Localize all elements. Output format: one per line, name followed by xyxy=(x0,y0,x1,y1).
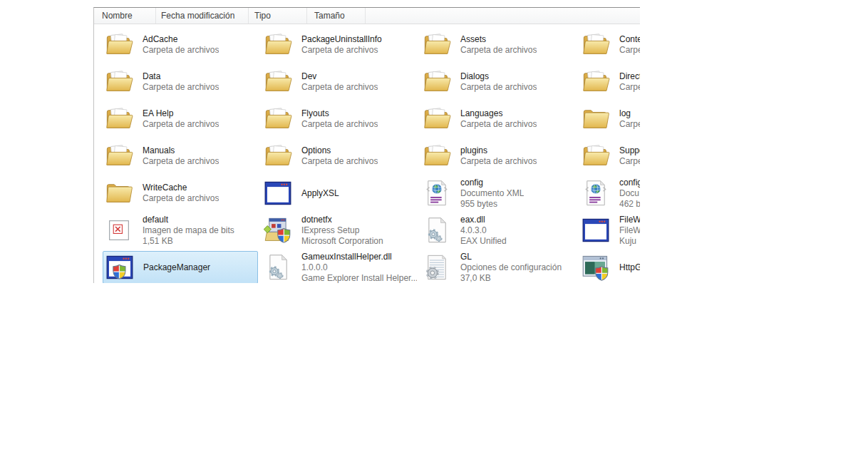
file-tile[interactable]: PackageUninstallInfoCarpeta de archivos xyxy=(262,26,417,63)
folder-with-documents-icon xyxy=(264,31,292,59)
file-name: config xyxy=(619,178,640,188)
file-name: config xyxy=(460,178,524,188)
file-text-block: LanguagesCarpeta de archivos xyxy=(460,108,537,130)
dll-document-gears-icon xyxy=(423,216,451,245)
file-detail: FileW xyxy=(619,225,640,236)
file-tile[interactable]: DataCarpeta de archivos xyxy=(103,63,258,101)
file-tile[interactable]: FlyoutsCarpeta de archivos xyxy=(262,101,417,138)
file-name: plugins xyxy=(460,145,537,156)
column-header-nombre[interactable]: Nombre xyxy=(94,8,156,24)
file-tile[interactable]: ManualsCarpeta de archivos xyxy=(103,138,258,175)
file-tile[interactable]: configDocu462 by xyxy=(579,175,640,212)
file-detail: 37,0 KB xyxy=(460,273,562,284)
file-tile[interactable]: AdCacheCarpeta de archivos xyxy=(103,26,258,63)
file-name: default xyxy=(143,215,234,225)
file-tile[interactable]: EA HelpCarpeta de archivos xyxy=(103,101,258,138)
file-text-block: DirectCarpe xyxy=(619,71,640,93)
file-detail: Documento XML xyxy=(460,188,524,199)
file-detail: EAX Unified xyxy=(460,236,507,247)
file-tile[interactable]: WriteCacheCarpeta de archivos xyxy=(103,175,258,212)
folder-with-documents-icon xyxy=(105,105,133,133)
file-tile[interactable]: ApplyXSL xyxy=(262,175,417,212)
file-tile[interactable]: SuppoCarpe xyxy=(579,138,640,175)
file-name: Options xyxy=(301,145,378,156)
file-name: eax.dll xyxy=(460,215,507,225)
file-text-block: ManualsCarpeta de archivos xyxy=(143,145,219,167)
file-detail: Carpeta de archivos xyxy=(143,82,219,93)
file-tile[interactable]: logCarpe xyxy=(579,101,640,138)
file-detail: Carpeta de archivos xyxy=(143,45,219,56)
file-tile[interactable]: DevCarpeta de archivos xyxy=(262,63,417,101)
file-name: Dialogs xyxy=(460,71,537,82)
column-header-filler xyxy=(366,8,640,24)
xml-document-icon xyxy=(423,179,451,207)
file-text-block: pluginsCarpeta de archivos xyxy=(460,145,537,167)
file-detail: Carpe xyxy=(619,45,640,56)
file-tile[interactable]: GLOpciones de configuración37,0 KB xyxy=(420,249,576,283)
folder-with-documents-icon xyxy=(105,142,133,170)
file-tile[interactable]: configDocumento XML955 bytes xyxy=(420,175,576,212)
file-name: EA Help xyxy=(143,108,219,119)
file-tile[interactable]: OptionsCarpeta de archivos xyxy=(262,138,417,175)
file-tile[interactable]: PackageManager xyxy=(103,251,258,283)
file-tile[interactable]: DirectCarpe xyxy=(579,63,640,101)
file-name: log xyxy=(619,108,640,119)
file-detail: Game Explorer Install Helper... xyxy=(301,273,417,284)
file-detail: Imagen de mapa de bits xyxy=(143,225,234,236)
file-detail: Carpe xyxy=(619,82,640,93)
file-tile[interactable]: AssetsCarpeta de archivos xyxy=(420,26,576,63)
file-name: Direct xyxy=(619,71,640,82)
file-tile[interactable]: eax.dll4.0.3.0EAX Unified xyxy=(420,212,576,249)
file-tile[interactable]: HttpG xyxy=(579,249,640,283)
folder-with-documents-icon xyxy=(264,68,292,96)
file-tile[interactable]: defaultImagen de mapa de bits1,51 KB xyxy=(103,212,258,249)
file-name: WriteCache xyxy=(143,183,219,193)
file-detail: Opciones de configuración xyxy=(460,262,562,273)
file-tile[interactable]: FileWFileWKuju xyxy=(579,212,640,249)
file-text-block: FileWFileWKuju xyxy=(619,215,640,247)
column-header-tipo[interactable]: Tipo xyxy=(249,8,307,24)
file-name: GL xyxy=(460,252,562,262)
column-header-fecha-modificacion[interactable]: Fecha modificación xyxy=(156,8,249,24)
file-detail: 955 bytes xyxy=(460,199,524,210)
file-text-block: FlyoutsCarpeta de archivos xyxy=(301,108,378,130)
file-text-block: AdCacheCarpeta de archivos xyxy=(143,34,219,56)
file-name: Assets xyxy=(460,34,537,45)
folder-with-documents-icon xyxy=(582,142,610,170)
broken-bitmap-icon xyxy=(105,216,133,245)
file-name: ApplyXSL xyxy=(301,188,339,199)
file-text-block: logCarpe xyxy=(619,108,640,130)
application-window-icon xyxy=(264,179,292,207)
folder-with-documents-icon xyxy=(264,105,292,133)
file-text-block: PackageManager xyxy=(143,262,210,273)
file-text-block: eax.dll4.0.3.0EAX Unified xyxy=(460,215,507,247)
file-tile[interactable]: ConteCarpe xyxy=(579,26,640,63)
file-text-block: configDocumento XML955 bytes xyxy=(460,178,524,210)
file-name: GameuxInstallHelper.dll xyxy=(301,252,417,262)
folder-with-documents-icon xyxy=(582,68,610,96)
file-tile[interactable]: dotnetfxIExpress SetupMicrosoft Corporat… xyxy=(262,212,417,249)
file-text-block: defaultImagen de mapa de bits1,51 KB xyxy=(143,215,234,247)
file-detail: Carpeta de archivos xyxy=(301,156,378,167)
file-tile[interactable]: GameuxInstallHelper.dll1.0.0.0Game Explo… xyxy=(262,249,417,283)
file-text-block: EA HelpCarpeta de archivos xyxy=(143,108,219,130)
file-detail: Carpeta de archivos xyxy=(301,45,382,56)
file-detail: 4.0.3.0 xyxy=(460,225,507,236)
file-tile[interactable]: LanguagesCarpeta de archivos xyxy=(420,101,576,138)
application-image-shield-icon xyxy=(582,253,610,282)
folder-with-documents-icon xyxy=(105,31,133,59)
column-header-tamano[interactable]: Tamaño xyxy=(307,8,366,24)
file-tile[interactable]: pluginsCarpeta de archivos xyxy=(420,138,576,175)
file-detail: Carpeta de archivos xyxy=(143,193,219,204)
file-text-block: HttpG xyxy=(619,262,640,273)
file-text-block: GameuxInstallHelper.dll1.0.0.0Game Explo… xyxy=(301,252,417,284)
installer-package-icon xyxy=(264,216,292,245)
file-text-block: DevCarpeta de archivos xyxy=(301,71,378,93)
file-detail: Carpe xyxy=(619,156,640,167)
file-detail: Carpeta de archivos xyxy=(460,156,537,167)
file-detail: Kuju xyxy=(619,236,640,247)
file-tile[interactable]: DialogsCarpeta de archivos xyxy=(420,63,576,101)
file-detail: Carpe xyxy=(619,119,640,130)
file-detail: Carpeta de archivos xyxy=(460,45,537,56)
file-detail: 1,51 KB xyxy=(143,236,234,247)
